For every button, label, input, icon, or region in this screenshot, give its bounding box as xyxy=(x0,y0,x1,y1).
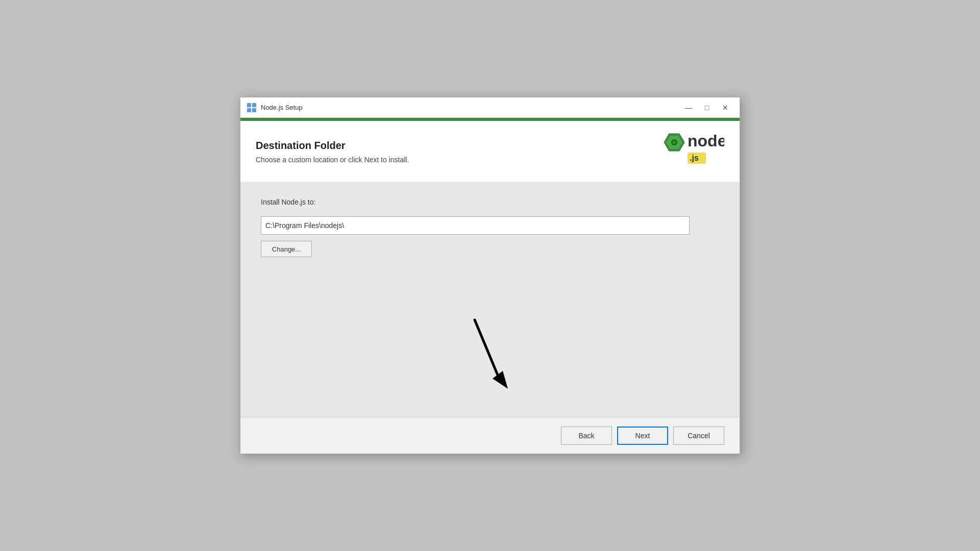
page-header: Destination Folder Choose a custom locat… xyxy=(240,121,740,183)
setup-window: Node.js Setup — □ ✕ Destination Folder C… xyxy=(240,97,740,454)
svg-rect-2 xyxy=(247,108,251,112)
nodejs-logo-svg: node .js xyxy=(653,131,724,172)
next-button[interactable]: Next xyxy=(617,427,668,445)
footer: Back Next Cancel xyxy=(240,417,740,454)
install-path-input[interactable] xyxy=(261,216,690,235)
arrow-area xyxy=(261,257,719,402)
window-title: Node.js Setup xyxy=(261,104,680,111)
nodejs-logo: node .js xyxy=(653,131,724,172)
svg-point-7 xyxy=(672,140,676,144)
change-button[interactable]: Change... xyxy=(261,241,312,257)
header-text: Destination Folder Choose a custom locat… xyxy=(256,140,653,164)
svg-text:node: node xyxy=(688,132,724,150)
minimize-button[interactable]: — xyxy=(680,101,697,115)
back-button[interactable]: Back xyxy=(561,427,612,445)
cancel-button[interactable]: Cancel xyxy=(673,427,724,445)
page-subtitle: Choose a custom location or click Next t… xyxy=(256,156,653,164)
svg-rect-0 xyxy=(247,103,251,107)
page-title: Destination Folder xyxy=(256,140,653,152)
content-area: Install Node.js to: Change... xyxy=(240,183,740,417)
maximize-button[interactable]: □ xyxy=(699,101,715,115)
svg-text:.js: .js xyxy=(690,154,699,162)
svg-rect-1 xyxy=(252,103,256,107)
title-bar: Node.js Setup — □ ✕ xyxy=(240,97,740,118)
window-controls: — □ ✕ xyxy=(680,101,733,115)
install-label: Install Node.js to: xyxy=(261,198,719,206)
close-button[interactable]: ✕ xyxy=(717,101,733,115)
arrow-svg xyxy=(464,315,516,396)
app-icon xyxy=(247,103,257,113)
svg-marker-12 xyxy=(493,371,508,389)
svg-line-11 xyxy=(475,320,500,381)
svg-rect-3 xyxy=(252,108,256,112)
